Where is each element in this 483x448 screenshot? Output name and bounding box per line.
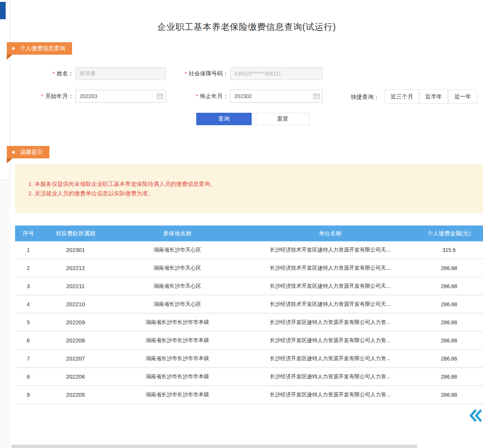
table-cell: 202205 [42,391,109,398]
table-cell: 2 [15,265,42,271]
double-chevron-left-icon[interactable] [469,408,482,423]
reset-button[interactable]: 重置 [256,113,309,125]
table-header-cell: 对应费款所属期 [42,230,109,237]
table-cell: 长沙经济技术开发区捷特人力资源开发有限公司天... [245,283,415,290]
table-cell: 3 [15,283,42,289]
table-cell: 202210 [42,301,109,307]
quick-btn-last-half-year[interactable]: 近半年 [420,89,448,104]
table-cell: 长沙经济技术开发区捷特人力资源开发有限公司天... [245,247,415,253]
required-asterisk: * [185,70,187,77]
table-row: 3202211湖南省长沙市天心区长沙经济技术开发区捷特人力资源开发有限公司天..… [15,278,483,296]
table-cell: 202209 [42,319,109,325]
horizontal-scrollbar[interactable] [11,445,417,448]
required-asterisk: * [52,70,55,77]
tips-box: 1. 本服务仅提供尚未领取企业职工基本养老保险待遇人员的缴费信息查询。 2. 灵… [15,164,483,213]
table-cell: 202301 [42,247,109,253]
table-cell: 286.88 [415,283,483,289]
table-cell: 湖南省长沙市长沙市市本级 [109,373,245,380]
table-header-row: 序号对应费款所属期参保地名称单位名称个人缴费金额(元) [15,226,483,241]
table-cell: 湖南省长沙市天心区 [109,247,245,253]
table-cell: 7 [15,356,42,362]
results-table: 序号对应费款所属期参保地名称单位名称个人缴费金额(元) 1202301湖南省长沙… [15,226,483,404]
ssn-field[interactable] [230,67,323,80]
table-row: 2202212湖南省长沙市天心区长沙经济技术开发区捷特人力资源开发有限公司天..… [15,259,483,278]
table-cell: 286.88 [415,392,483,398]
table-cell: 长沙经济技术开发区捷特人力资源开发有限公司天... [245,265,415,272]
table-row: 8202206湖南省长沙市长沙市市本级长沙经济开发区捷特人力资源开发有限公司人力… [15,368,483,386]
table-cell: 6 [15,338,42,344]
tip-line: 2. 灵活就业人员的缴费单位信息以实际缴费为准。 [28,189,475,198]
quick-query-label: 快捷查询： [351,90,379,104]
calendar-icon[interactable] [157,93,163,100]
table-cell: 286.88 [415,319,483,325]
bullet-dot-icon [12,151,15,153]
sidebar-corner-tab[interactable] [0,2,6,19]
name-field[interactable] [75,67,166,80]
table-cell: 202208 [42,337,109,344]
table-cell: 1 [15,247,42,253]
quick-query-group: 近三个月 近半年 近一年 [385,89,477,104]
table-cell: 286.88 [415,374,483,380]
table-cell: 长沙经济开发区捷特人力资源开发有限公司人力资... [245,319,415,326]
ribbon-fold [7,158,12,163]
table-header-cell: 参保地名称 [109,230,245,237]
table-cell: 286.88 [415,265,483,271]
section-badge-label: 个人缴费信息查询 [20,45,65,52]
table-row: 6202208湖南省长沙市长沙市市本级长沙经济开发区捷特人力资源开发有限公司人力… [15,332,483,350]
start-month-label: *开始年月： [30,90,74,103]
table-cell: 286.88 [415,301,483,307]
section-badge-label: 温馨提示 [20,149,43,156]
table-cell: 202212 [42,265,109,271]
table-cell: 长沙经济开发区捷特人力资源开发有限公司人力资... [245,337,415,344]
table-header-cell: 个人缴费金额(元) [415,230,483,237]
table-cell: 286.88 [415,356,483,362]
quick-btn-last-3-months[interactable]: 近三个月 [385,89,419,104]
calendar-icon[interactable] [313,93,320,100]
table-cell: 湖南省长沙市长沙市市本级 [109,391,245,398]
table-cell: 286.88 [415,338,483,344]
tip-line: 1. 本服务仅提供尚未领取企业职工基本养老保险待遇人员的缴费信息查询。 [28,179,475,189]
table-cell: 湖南省长沙市天心区 [109,301,245,308]
required-asterisk: * [41,93,43,99]
table-cell: 8 [15,374,42,380]
table-cell: 202211 [42,283,109,289]
table-cell: 长沙经济技术开发区捷特人力资源开发有限公司天... [245,301,415,308]
table-cell: 湖南省长沙市长沙市市本级 [109,355,245,362]
name-label: *姓名： [34,67,74,80]
table-cell: 5 [15,319,42,325]
table-body: 1202301湖南省长沙市天心区长沙经济技术开发区捷特人力资源开发有限公司天..… [15,241,483,404]
page-title: 企业职工基本养老保险缴费信息查询(试运行) [11,21,483,33]
table-cell: 202207 [42,355,109,362]
table-cell: 202206 [42,373,109,380]
table-cell: 长沙经济开发区捷特人力资源开发有限公司人力资... [245,355,415,362]
end-month-field[interactable] [230,90,323,103]
table-cell: 湖南省长沙市天心区 [109,283,245,290]
table-cell: 长沙经济开发区捷特人力资源开发有限公司人力资... [245,391,415,398]
required-asterisk: * [196,93,198,99]
ribbon-fold [7,55,12,60]
table-row: 5202209湖南省长沙市长沙市市本级长沙经济开发区捷特人力资源开发有限公司人力… [15,314,483,332]
ssn-label: *社会保障号码： [172,67,228,80]
table-cell: 9 [15,392,42,398]
section-badge-tips: 温馨提示 [7,146,49,158]
table-cell: 4 [15,301,42,307]
table-cell: 湖南省长沙市长沙市市本级 [109,319,245,326]
table-cell: 长沙经济开发区捷特人力资源开发有限公司人力资... [245,373,415,380]
table-row: 4202210湖南省长沙市天心区长沙经济技术开发区捷特人力资源开发有限公司天..… [15,296,483,314]
table-row: 1202301湖南省长沙市天心区长沙经济技术开发区捷特人力资源开发有限公司天..… [15,241,483,259]
section-badge-personal-payment-query: 个人缴费信息查询 [7,42,72,55]
quick-btn-last-year[interactable]: 近一年 [449,89,477,104]
table-cell: 湖南省长沙市长沙市市本级 [109,337,245,344]
table-header-cell: 序号 [15,230,42,237]
bullet-dot-icon [12,47,15,50]
end-month-label: *终止年月： [185,90,228,103]
table-cell: 315.6 [415,247,483,253]
start-month-field[interactable] [75,90,166,103]
query-button[interactable]: 查询 [196,113,252,125]
table-row: 9202205湖南省长沙市长沙市市本级长沙经济开发区捷特人力资源开发有限公司人力… [15,386,483,404]
table-row: 7202207湖南省长沙市长沙市市本级长沙经济开发区捷特人力资源开发有限公司人力… [15,350,483,368]
table-header-cell: 单位名称 [245,230,415,237]
table-cell: 湖南省长沙市天心区 [109,265,245,272]
